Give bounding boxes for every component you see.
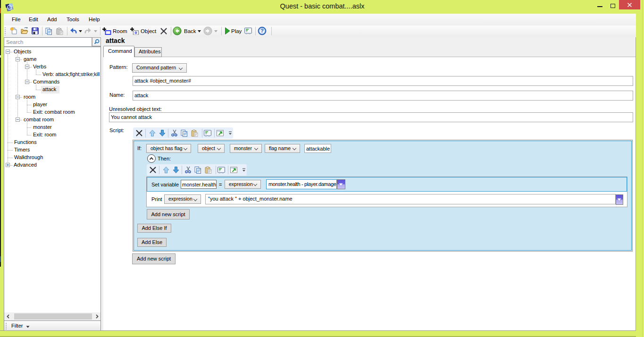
svg-text:?: ? bbox=[260, 28, 264, 34]
